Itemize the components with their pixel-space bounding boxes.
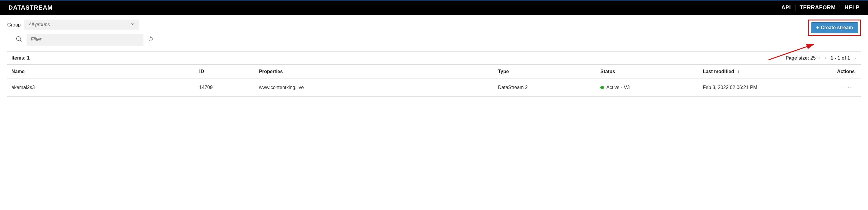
app-title: DATASTREAM (8, 4, 53, 11)
cell-id: 14709 (195, 79, 255, 97)
col-properties[interactable]: Properties (255, 65, 494, 79)
status-dot-icon (600, 86, 604, 90)
sort-desc-icon: ↓ (737, 69, 740, 74)
group-select[interactable]: All groups (24, 20, 138, 30)
search-icon (16, 36, 22, 44)
streams-table: Name ID Properties Type Status Last modi… (7, 64, 861, 97)
page-range: 1 - 1 of 1 (831, 55, 850, 61)
refresh-icon[interactable] (148, 36, 154, 43)
col-status[interactable]: Status (596, 65, 699, 79)
create-button-highlight: + Create stream (808, 20, 861, 36)
filter-row (16, 34, 154, 45)
pager: Page size: 25 ‹ 1 - 1 of 1 › (785, 55, 857, 61)
table-area: Items: 1 Page size: 25 ‹ 1 - 1 of 1 › Na… (0, 51, 868, 97)
col-type[interactable]: Type (494, 65, 596, 79)
create-button-label: Create stream (821, 25, 853, 30)
divider: | (795, 4, 796, 11)
col-last-modified[interactable]: Last modified ↓ (699, 65, 818, 79)
cell-status: Active - V3 (596, 79, 699, 97)
page-next[interactable]: › (854, 55, 857, 61)
create-stream-button[interactable]: + Create stream (811, 22, 858, 33)
col-id[interactable]: ID (195, 65, 255, 79)
group-label: Group (7, 22, 21, 28)
group-row: Group All groups (7, 20, 154, 30)
header-links: API | TERRAFORM | HELP (781, 4, 860, 11)
col-name[interactable]: Name (7, 65, 195, 79)
col-actions: Actions (818, 65, 861, 79)
svg-point-0 (17, 36, 21, 40)
plus-icon: + (816, 25, 819, 30)
app-header: DATASTREAM API | TERRAFORM | HELP (0, 0, 868, 15)
chevron-down-icon (817, 55, 820, 61)
cell-actions[interactable]: ··· (818, 79, 861, 97)
items-count: Items: 1 (11, 55, 30, 61)
page-size-select[interactable]: Page size: 25 (785, 55, 820, 61)
toolbar: Group All groups + Create stream (0, 15, 868, 45)
cell-name[interactable]: akamai2s3 (7, 79, 195, 97)
terraform-link[interactable]: TERRAFORM (800, 4, 836, 11)
more-icon[interactable]: ··· (845, 84, 852, 91)
table-row: akamai2s3 14709 www.contentking.live Dat… (7, 79, 861, 97)
svg-line-1 (20, 40, 22, 41)
chevron-down-icon (130, 22, 134, 27)
divider: | (839, 4, 841, 11)
cell-last-modified: Feb 3, 2022 02:06:21 PM (699, 79, 818, 97)
page-prev[interactable]: ‹ (824, 55, 827, 61)
table-meta-row: Items: 1 Page size: 25 ‹ 1 - 1 of 1 › (7, 52, 861, 64)
api-link[interactable]: API (781, 4, 791, 11)
cell-properties: www.contentking.live (255, 79, 494, 97)
filter-input[interactable] (27, 34, 144, 45)
cell-type: DataStream 2 (494, 79, 596, 97)
group-select-value: All groups (28, 22, 50, 27)
table-header-row: Name ID Properties Type Status Last modi… (7, 65, 861, 79)
help-link[interactable]: HELP (844, 4, 860, 11)
